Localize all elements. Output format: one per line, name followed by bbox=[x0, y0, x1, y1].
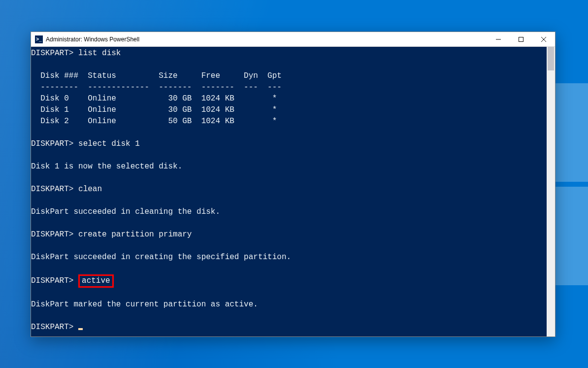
disk-row-1: Disk 1 Online 30 GB 1024 KB * bbox=[31, 105, 277, 114]
window-title: Administrator: Windows PowerShell bbox=[46, 36, 139, 43]
disk-row-2: Disk 2 Online 50 GB 1024 KB * bbox=[31, 117, 277, 126]
msg-cleaned: DiskPart succeeded in cleaning the disk. bbox=[31, 207, 220, 216]
close-icon bbox=[541, 37, 546, 42]
prompt: DISKPART> bbox=[31, 230, 73, 239]
minimize-button[interactable] bbox=[487, 32, 510, 47]
powershell-window: >_ Administrator: Windows PowerShell DIS… bbox=[31, 32, 555, 337]
terminal-output[interactable]: DISKPART> list disk Disk ### Status Size… bbox=[31, 47, 547, 336]
minimize-icon bbox=[496, 37, 501, 42]
cmd-select-disk: select disk 1 bbox=[78, 139, 140, 148]
svg-rect-1 bbox=[519, 37, 523, 41]
prompt: DISKPART> bbox=[31, 139, 73, 148]
cmd-active: active bbox=[82, 276, 110, 285]
prompt: DISKPART> bbox=[31, 276, 73, 285]
msg-created: DiskPart succeeded in creating the speci… bbox=[31, 253, 291, 262]
maximize-icon bbox=[519, 37, 523, 42]
vertical-scrollbar[interactable] bbox=[547, 47, 555, 336]
disk-table-header: Disk ### Status Size Free Dyn Gpt bbox=[31, 71, 282, 80]
disk-row-0: Disk 0 Online 30 GB 1024 KB * bbox=[31, 94, 277, 103]
prompt: DISKPART> bbox=[31, 49, 73, 58]
powershell-icon: >_ bbox=[35, 35, 43, 43]
prompt: DISKPART> bbox=[31, 323, 73, 332]
disk-table-divider: -------- ------------- ------- ------- -… bbox=[31, 83, 282, 92]
msg-active: DiskPart marked the current partition as… bbox=[31, 300, 258, 309]
scrollbar-thumb[interactable] bbox=[548, 47, 554, 70]
close-button[interactable] bbox=[532, 32, 555, 47]
cmd-list-disk: list disk bbox=[78, 49, 121, 58]
maximize-button[interactable] bbox=[510, 32, 532, 47]
msg-selected: Disk 1 is now the selected disk. bbox=[31, 162, 182, 171]
titlebar[interactable]: >_ Administrator: Windows PowerShell bbox=[31, 32, 555, 47]
cursor bbox=[78, 328, 83, 330]
cmd-create-partition: create partition primary bbox=[78, 230, 192, 239]
highlighted-command: active bbox=[78, 274, 114, 288]
prompt: DISKPART> bbox=[31, 185, 73, 194]
cmd-clean: clean bbox=[78, 185, 102, 194]
